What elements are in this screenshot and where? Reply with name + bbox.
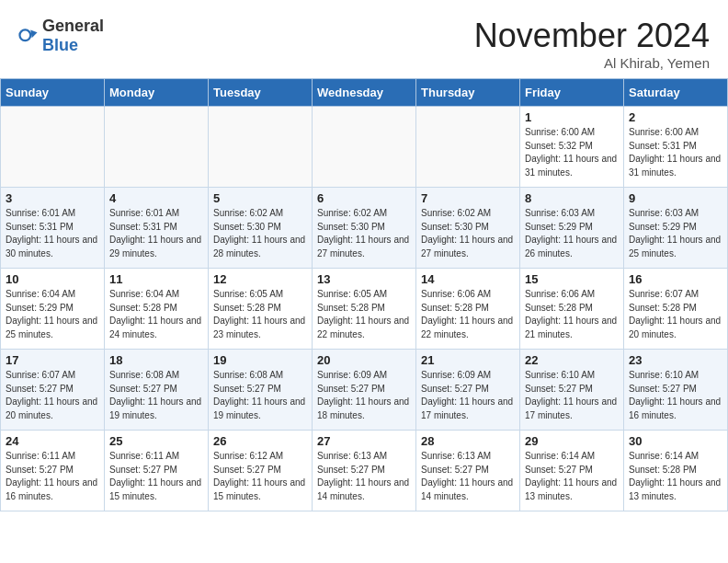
calendar-cell <box>313 107 416 188</box>
calendar-cell: 13Sunrise: 6:05 AMSunset: 5:28 PMDayligh… <box>313 269 416 350</box>
day-info: Sunrise: 6:05 AMSunset: 5:28 PMDaylight:… <box>317 288 411 341</box>
day-info: Sunrise: 6:01 AMSunset: 5:31 PMDaylight:… <box>6 207 99 260</box>
calendar-cell: 20Sunrise: 6:09 AMSunset: 5:27 PMDayligh… <box>313 350 416 431</box>
logo: General Blue <box>18 17 104 55</box>
day-info: Sunrise: 6:07 AMSunset: 5:27 PMDaylight:… <box>6 369 99 422</box>
calendar-cell <box>209 107 313 188</box>
column-header-saturday: Saturday <box>624 79 728 107</box>
calendar-cell: 27Sunrise: 6:13 AMSunset: 5:27 PMDayligh… <box>313 431 416 511</box>
calendar-cell: 19Sunrise: 6:08 AMSunset: 5:27 PMDayligh… <box>209 350 313 431</box>
calendar-week-row: 10Sunrise: 6:04 AMSunset: 5:29 PMDayligh… <box>1 269 728 350</box>
column-header-friday: Friday <box>520 79 624 107</box>
calendar-cell: 11Sunrise: 6:04 AMSunset: 5:28 PMDayligh… <box>105 269 209 350</box>
calendar-cell <box>416 107 520 188</box>
calendar-cell <box>1 107 105 188</box>
day-info: Sunrise: 6:12 AMSunset: 5:27 PMDaylight:… <box>213 450 307 503</box>
calendar-cell: 8Sunrise: 6:03 AMSunset: 5:29 PMDaylight… <box>520 188 624 269</box>
day-info: Sunrise: 6:00 AMSunset: 5:32 PMDaylight:… <box>525 126 619 179</box>
day-number: 29 <box>525 434 619 448</box>
calendar-cell: 30Sunrise: 6:14 AMSunset: 5:28 PMDayligh… <box>624 431 728 511</box>
svg-marker-1 <box>30 29 37 38</box>
calendar-cell: 25Sunrise: 6:11 AMSunset: 5:27 PMDayligh… <box>105 431 209 511</box>
day-info: Sunrise: 6:02 AMSunset: 5:30 PMDaylight:… <box>317 207 411 260</box>
day-number: 27 <box>317 434 411 448</box>
day-number: 23 <box>629 353 722 367</box>
column-header-sunday: Sunday <box>1 79 105 107</box>
calendar-week-row: 17Sunrise: 6:07 AMSunset: 5:27 PMDayligh… <box>1 350 728 431</box>
day-number: 8 <box>525 191 619 205</box>
day-info: Sunrise: 6:11 AMSunset: 5:27 PMDaylight:… <box>6 450 99 503</box>
calendar-cell: 1Sunrise: 6:00 AMSunset: 5:32 PMDaylight… <box>520 107 624 188</box>
day-number: 13 <box>317 272 411 286</box>
calendar-cell: 29Sunrise: 6:14 AMSunset: 5:27 PMDayligh… <box>520 431 624 511</box>
logo-icon <box>18 26 39 46</box>
day-info: Sunrise: 6:10 AMSunset: 5:27 PMDaylight:… <box>525 369 619 422</box>
day-info: Sunrise: 6:02 AMSunset: 5:30 PMDaylight:… <box>421 207 515 260</box>
calendar-cell: 15Sunrise: 6:06 AMSunset: 5:28 PMDayligh… <box>520 269 624 350</box>
day-number: 21 <box>421 353 515 367</box>
day-info: Sunrise: 6:11 AMSunset: 5:27 PMDaylight:… <box>109 450 203 503</box>
day-info: Sunrise: 6:01 AMSunset: 5:31 PMDaylight:… <box>109 207 203 260</box>
day-info: Sunrise: 6:10 AMSunset: 5:27 PMDaylight:… <box>629 369 722 422</box>
calendar-cell: 28Sunrise: 6:13 AMSunset: 5:27 PMDayligh… <box>416 431 520 511</box>
calendar-cell: 7Sunrise: 6:02 AMSunset: 5:30 PMDaylight… <box>416 188 520 269</box>
day-number: 28 <box>421 434 515 448</box>
day-info: Sunrise: 6:09 AMSunset: 5:27 PMDaylight:… <box>421 369 515 422</box>
day-info: Sunrise: 6:05 AMSunset: 5:28 PMDaylight:… <box>213 288 307 341</box>
day-number: 9 <box>629 191 722 205</box>
day-info: Sunrise: 6:04 AMSunset: 5:29 PMDaylight:… <box>6 288 99 341</box>
calendar-cell: 17Sunrise: 6:07 AMSunset: 5:27 PMDayligh… <box>1 350 105 431</box>
calendar-cell: 10Sunrise: 6:04 AMSunset: 5:29 PMDayligh… <box>1 269 105 350</box>
calendar-cell: 21Sunrise: 6:09 AMSunset: 5:27 PMDayligh… <box>416 350 520 431</box>
location-subtitle: Al Khirab, Yemen <box>474 55 710 71</box>
column-header-thursday: Thursday <box>416 79 520 107</box>
day-number: 24 <box>6 434 99 448</box>
day-number: 25 <box>109 434 203 448</box>
day-number: 20 <box>317 353 411 367</box>
day-number: 11 <box>109 272 203 286</box>
day-info: Sunrise: 6:07 AMSunset: 5:28 PMDaylight:… <box>629 288 722 341</box>
calendar-cell: 14Sunrise: 6:06 AMSunset: 5:28 PMDayligh… <box>416 269 520 350</box>
calendar-cell: 9Sunrise: 6:03 AMSunset: 5:29 PMDaylight… <box>624 188 728 269</box>
column-header-monday: Monday <box>105 79 209 107</box>
calendar-cell: 4Sunrise: 6:01 AMSunset: 5:31 PMDaylight… <box>105 188 209 269</box>
day-info: Sunrise: 6:09 AMSunset: 5:27 PMDaylight:… <box>317 369 411 422</box>
day-info: Sunrise: 6:03 AMSunset: 5:29 PMDaylight:… <box>629 207 722 260</box>
day-number: 6 <box>317 191 411 205</box>
logo-text-general: General <box>42 17 104 35</box>
day-info: Sunrise: 6:13 AMSunset: 5:27 PMDaylight:… <box>421 450 515 503</box>
day-number: 22 <box>525 353 619 367</box>
calendar-cell: 2Sunrise: 6:00 AMSunset: 5:31 PMDaylight… <box>624 107 728 188</box>
title-block: November 2024 Al Khirab, Yemen <box>474 17 710 71</box>
calendar-cell: 26Sunrise: 6:12 AMSunset: 5:27 PMDayligh… <box>209 431 313 511</box>
calendar-table: SundayMondayTuesdayWednesdayThursdayFrid… <box>0 78 728 511</box>
day-info: Sunrise: 6:13 AMSunset: 5:27 PMDaylight:… <box>317 450 411 503</box>
calendar-cell: 22Sunrise: 6:10 AMSunset: 5:27 PMDayligh… <box>520 350 624 431</box>
page-header: General Blue November 2024 Al Khirab, Ye… <box>0 0 728 78</box>
day-number: 3 <box>6 191 99 205</box>
day-info: Sunrise: 6:03 AMSunset: 5:29 PMDaylight:… <box>525 207 619 260</box>
day-number: 18 <box>109 353 203 367</box>
day-number: 5 <box>213 191 307 205</box>
day-number: 16 <box>629 272 722 286</box>
calendar-cell: 18Sunrise: 6:08 AMSunset: 5:27 PMDayligh… <box>105 350 209 431</box>
calendar-cell: 3Sunrise: 6:01 AMSunset: 5:31 PMDaylight… <box>1 188 105 269</box>
day-info: Sunrise: 6:02 AMSunset: 5:30 PMDaylight:… <box>213 207 307 260</box>
calendar-week-row: 1Sunrise: 6:00 AMSunset: 5:32 PMDaylight… <box>1 107 728 188</box>
column-header-tuesday: Tuesday <box>209 79 313 107</box>
day-number: 15 <box>525 272 619 286</box>
day-number: 12 <box>213 272 307 286</box>
day-number: 1 <box>525 110 619 124</box>
calendar-cell: 16Sunrise: 6:07 AMSunset: 5:28 PMDayligh… <box>624 269 728 350</box>
calendar-header-row: SundayMondayTuesdayWednesdayThursdayFrid… <box>1 79 728 107</box>
day-info: Sunrise: 6:06 AMSunset: 5:28 PMDaylight:… <box>525 288 619 341</box>
day-number: 2 <box>629 110 722 124</box>
day-info: Sunrise: 6:08 AMSunset: 5:27 PMDaylight:… <box>109 369 203 422</box>
column-header-wednesday: Wednesday <box>313 79 416 107</box>
calendar-cell: 23Sunrise: 6:10 AMSunset: 5:27 PMDayligh… <box>624 350 728 431</box>
calendar-cell <box>105 107 209 188</box>
calendar-cell: 12Sunrise: 6:05 AMSunset: 5:28 PMDayligh… <box>209 269 313 350</box>
day-number: 19 <box>213 353 307 367</box>
day-number: 7 <box>421 191 515 205</box>
day-info: Sunrise: 6:06 AMSunset: 5:28 PMDaylight:… <box>421 288 515 341</box>
